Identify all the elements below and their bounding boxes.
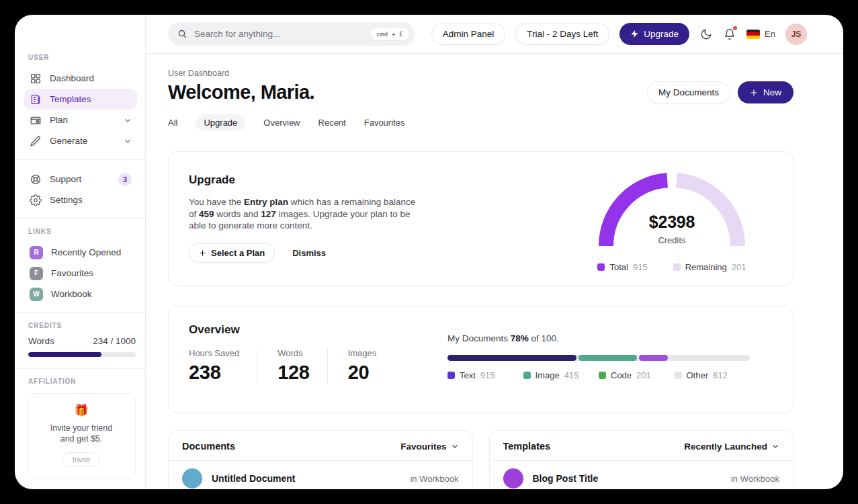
sidebar-item-support[interactable]: Support 3 — [24, 169, 137, 190]
sidebar-item-plan[interactable]: Plan — [24, 110, 137, 130]
legend-item-image: Image 415 — [523, 370, 599, 380]
breadcrumb: User Dashboard — [168, 69, 793, 78]
templates-card-title: Templates — [503, 441, 551, 452]
recently-opened-badge: R — [30, 246, 43, 259]
app-window: USER Dashboard Templates Plan Generate — [15, 15, 843, 489]
upgrade-card: Upgrade You have the Entry plan which ha… — [168, 151, 793, 286]
sidebar-divider — [15, 368, 145, 369]
sidebar: USER Dashboard Templates Plan Generate — [15, 15, 146, 489]
bar-segment-code — [639, 355, 667, 361]
affiliation-text-line1: Invite your friend — [34, 423, 128, 433]
sidebar-item-label: Dashboard — [50, 73, 94, 83]
sidebar-link-favourites[interactable]: F Favourites — [24, 263, 137, 284]
dismiss-button[interactable]: Dismiss — [292, 248, 326, 258]
sidebar-item-templates[interactable]: Templates — [24, 89, 137, 110]
template-location: in Workbook — [731, 474, 779, 484]
language-label: En — [765, 29, 775, 39]
sidebar-item-generate[interactable]: Generate — [24, 130, 137, 151]
sidebar-divider — [15, 159, 145, 160]
gauge-caption: Credits — [598, 235, 746, 245]
chevron-down-icon — [124, 137, 132, 145]
credits-progress-fill — [28, 352, 101, 357]
credits-gauge: $2398 Credits Total 915 Remaining 201 — [598, 172, 746, 272]
my-documents-button[interactable]: My Documents — [647, 81, 730, 103]
upgrade-card-text: You have the Entry plan which has a rema… — [189, 196, 417, 232]
template-list-item[interactable]: Blog Post Title in Workbook — [490, 461, 793, 489]
tab-recent[interactable]: Recent — [318, 114, 346, 131]
sidebar-item-label: Support — [50, 174, 81, 184]
dark-mode-toggle[interactable] — [699, 28, 713, 41]
sidebar-link-recently-opened[interactable]: R Recently Opened — [24, 242, 137, 263]
search-bar[interactable]: cmd + E — [168, 22, 415, 46]
search-icon — [177, 29, 187, 39]
sidebar-item-label: Generate — [50, 136, 87, 146]
plus-icon — [750, 89, 758, 97]
document-avatar — [182, 468, 202, 489]
bar-segment-text — [447, 355, 576, 361]
legend-swatch — [599, 372, 606, 379]
templates-filter-dropdown[interactable]: Recently Launched — [684, 442, 779, 452]
affiliation-text-line2: and get $5. — [34, 433, 128, 444]
sidebar-section-user: USER — [28, 54, 137, 61]
sidebar-item-label: Settings — [50, 195, 83, 205]
chevron-down-icon — [771, 442, 779, 450]
workbook-badge: W — [30, 288, 43, 301]
tab-all[interactable]: All — [168, 114, 177, 131]
page-title: Welcome, Maria. — [168, 81, 314, 103]
document-list-item[interactable]: Untitled Document in Workbook — [169, 461, 472, 489]
chevron-down-icon — [451, 442, 459, 450]
template-avatar — [503, 468, 523, 489]
new-button[interactable]: New — [738, 81, 793, 103]
chevron-down-icon — [124, 116, 132, 124]
sidebar-item-settings[interactable]: Settings — [24, 190, 137, 210]
document-name: Untitled Document — [212, 473, 295, 484]
notifications-button[interactable] — [723, 28, 736, 41]
stacked-progress-bar — [447, 355, 750, 361]
sidebar-link-label: Recently Opened — [51, 247, 121, 257]
sidebar-link-label: Favourites — [51, 268, 93, 278]
tab-bar: All Upgrade Overview Recent Favourites — [168, 114, 793, 131]
support-count-badge: 3 — [118, 173, 132, 186]
tab-upgrade[interactable]: Upgrade — [196, 114, 245, 131]
gauge-legend: Total 915 Remaining 201 — [598, 262, 746, 272]
stat-images: Images 20 — [348, 348, 394, 384]
sidebar-item-label: Plan — [50, 115, 68, 125]
search-input[interactable] — [194, 29, 363, 39]
legend-swatch — [675, 372, 682, 379]
wallet-icon — [30, 114, 42, 126]
avatar[interactable]: JS — [785, 24, 807, 45]
legend-swatch — [523, 372, 531, 379]
language-selector[interactable]: En — [746, 29, 775, 39]
gift-icon: 🎁 — [34, 403, 128, 417]
legend-item-other: Other 612 — [675, 370, 750, 380]
template-name: Blog Post Title — [533, 473, 599, 484]
sidebar-section-credits: CREDITS — [28, 322, 137, 329]
legend-swatch — [447, 372, 455, 379]
gauge-amount: $2398 — [598, 212, 746, 232]
admin-panel-button[interactable]: Admin Panel — [431, 23, 506, 45]
credits-label: Words — [28, 336, 54, 346]
bar-segment-image — [578, 355, 637, 361]
tab-overview[interactable]: Overview — [263, 114, 300, 131]
sidebar-item-dashboard[interactable]: Dashboard — [24, 68, 137, 89]
sidebar-item-label: Templates — [50, 94, 91, 104]
lifebuoy-icon — [30, 173, 42, 185]
templates-card: Templates Recently Launched Blog Post Ti… — [489, 430, 794, 489]
legend-item-total: Total 915 — [597, 262, 647, 272]
upgrade-button[interactable]: Upgrade — [619, 23, 689, 45]
trial-status-button[interactable]: Trial - 2 Days Left — [515, 23, 609, 45]
document-location: in Workbook — [410, 474, 458, 484]
documents-filter-dropdown[interactable]: Favourites — [400, 442, 458, 452]
dashboard-grid-icon — [30, 73, 42, 85]
sidebar-section-affiliation: AFFILIATION — [28, 378, 137, 385]
pencil-icon — [30, 135, 42, 147]
documents-card: Documents Favourites Untitled Document i… — [168, 430, 473, 489]
credits-value: 234 / 1000 — [93, 336, 136, 346]
select-plan-button[interactable]: Select a Plan — [189, 243, 275, 263]
documents-card-title: Documents — [182, 441, 235, 452]
tab-favourites[interactable]: Favourites — [364, 114, 405, 131]
lightning-bolt-icon — [630, 30, 639, 38]
credits-progress-bar — [28, 352, 136, 357]
sidebar-link-workbook[interactable]: W Workbook — [24, 284, 137, 304]
invite-button[interactable]: Invite — [62, 452, 100, 467]
